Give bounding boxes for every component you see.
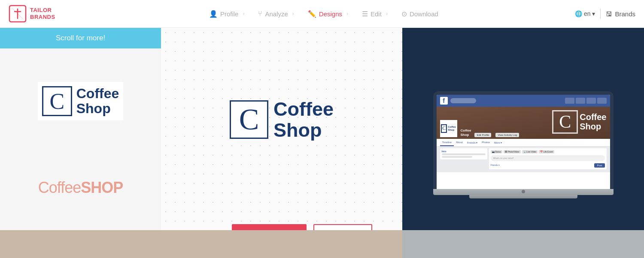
globe-icon: 🌐 bbox=[575, 10, 582, 17]
fb-cover-logo: C Coffee Shop bbox=[552, 110, 606, 134]
chevron-down-icon: ▾ bbox=[592, 10, 595, 17]
fb-cover-letter: C bbox=[552, 110, 578, 134]
download-icon: ⊙ bbox=[401, 10, 407, 18]
sidebar-logo-2-text: CoffeeSHOP bbox=[38, 179, 123, 197]
profile-icon: 👤 bbox=[209, 10, 218, 18]
laptop-screen-wrapper: f bbox=[433, 91, 614, 189]
nav-edit[interactable]: ☰ Edit › bbox=[355, 10, 395, 18]
fb-avatar-inner: C CoffeeShop bbox=[441, 124, 456, 133]
laptop-screen: f bbox=[437, 95, 610, 189]
edit-icon: ☰ bbox=[362, 10, 368, 18]
logo[interactable]: TAILOR BRANDS bbox=[9, 5, 55, 23]
fb-intro-box: Intro bbox=[440, 148, 487, 159]
center-logo-letter: C bbox=[230, 100, 268, 139]
fb-nav-2 bbox=[576, 98, 585, 104]
fb-tab-about[interactable]: About bbox=[454, 140, 465, 146]
brands-icon: 🖫 bbox=[606, 10, 612, 18]
right-panel: f bbox=[402, 28, 644, 258]
tailor-brands-icon bbox=[9, 5, 27, 23]
language-label: en bbox=[584, 10, 591, 17]
fb-nav-1 bbox=[565, 98, 574, 104]
header: TAILOR BRANDS 👤 Profile › ⑂ Analyze › ✏️… bbox=[0, 0, 644, 28]
brand-name: TAILOR BRANDS bbox=[30, 7, 55, 20]
brands-label: Brands bbox=[615, 10, 635, 18]
fb-content: Intro 📷 Status 🖼 Photo/Video 📡 Live bbox=[437, 147, 610, 172]
analyze-icon: ⑂ bbox=[258, 10, 262, 18]
fb-left-column: Intro bbox=[440, 148, 487, 171]
center-logo-text: Coffee Shop bbox=[273, 99, 334, 141]
fb-header: f bbox=[437, 95, 610, 107]
center-logo: C Coffee Shop bbox=[230, 99, 334, 141]
fb-activity-btn[interactable]: View Activity Log bbox=[495, 133, 519, 137]
fb-tab-friends[interactable]: Friends ▾ bbox=[465, 140, 480, 146]
fb-right-column: 📷 Status 🖼 Photo/Video 📡 Live Video 📅 Li… bbox=[489, 148, 607, 171]
brands-button[interactable]: 🖫 Brands bbox=[606, 10, 635, 18]
center-bottom-strip bbox=[161, 230, 402, 258]
fb-cover-brand-text: Coffee Shop bbox=[580, 112, 606, 131]
laptop-mockup: f bbox=[433, 91, 614, 195]
nav-designs[interactable]: ✏️ Designs › bbox=[301, 10, 355, 18]
fb-avatar-brand: CoffeeShop bbox=[448, 126, 456, 131]
laptop-notch bbox=[522, 190, 525, 193]
center-panel: C Coffee Shop ‹ Back ✏️ Customize ✔ Love… bbox=[161, 28, 402, 258]
sidebar-logo-1[interactable]: C Coffee Shop bbox=[38, 82, 124, 120]
fb-tab-photos[interactable]: Photos bbox=[480, 140, 492, 146]
sidebar-logo-1-letter: C bbox=[42, 86, 72, 116]
fb-status-box: 📷 Status 🖼 Photo/Video 📡 Live Video 📅 Li… bbox=[489, 148, 607, 169]
laptop-base bbox=[433, 189, 614, 195]
fb-nav-3 bbox=[586, 98, 596, 104]
header-right: 🌐 en ▾ 🖫 Brands bbox=[575, 9, 635, 19]
sidebar-logo-list: C Coffee Shop CoffeeSHOP bbox=[0, 48, 161, 230]
fb-nav-buttons bbox=[565, 98, 607, 104]
fb-post-input[interactable]: What's on your mind? bbox=[491, 155, 605, 161]
center-logo-area: C Coffee Shop bbox=[161, 28, 402, 211]
nav-download[interactable]: ⊙ Download bbox=[395, 10, 445, 18]
nav-analyze[interactable]: ⑂ Analyze › bbox=[251, 10, 301, 18]
main-nav: 👤 Profile › ⑂ Analyze › ✏️ Designs › ☰ E… bbox=[73, 10, 575, 18]
fb-profile-name: CoffeeShop bbox=[461, 129, 471, 137]
nav-download-label: Download bbox=[410, 10, 438, 18]
chevron-right-icon: › bbox=[243, 11, 244, 17]
header-divider bbox=[600, 9, 601, 19]
fb-tab-more[interactable]: More ▾ bbox=[492, 140, 504, 146]
nav-profile[interactable]: 👤 Profile › bbox=[202, 10, 252, 18]
chevron-right-icon-4: › bbox=[386, 11, 388, 17]
fb-nav-4 bbox=[597, 98, 607, 104]
chevron-right-icon-2: › bbox=[292, 11, 294, 17]
fb-tab-timeline[interactable]: Timeline bbox=[440, 140, 454, 146]
chevron-right-icon-3: › bbox=[346, 11, 348, 17]
nav-edit-label: Edit bbox=[371, 10, 382, 18]
fb-avatar: C CoffeeShop bbox=[440, 120, 457, 137]
right-bottom-strip bbox=[402, 230, 644, 258]
fb-tabs: Timeline About Friends ▾ Photos More ▾ bbox=[437, 139, 610, 147]
sidebar-bottom-strip bbox=[0, 230, 161, 258]
fb-post-button[interactable]: Post bbox=[594, 163, 605, 168]
sidebar-logo-2[interactable]: CoffeeSHOP bbox=[38, 179, 123, 197]
sidebar: Scroll for more! C Coffee Shop CoffeeSHO… bbox=[0, 28, 161, 258]
fb-search-bar bbox=[450, 98, 476, 103]
nav-profile-label: Profile bbox=[220, 10, 239, 18]
fb-logo: f bbox=[440, 97, 448, 105]
language-selector[interactable]: 🌐 en ▾ bbox=[575, 10, 595, 17]
fb-cover: C Coffee Shop C CoffeeShop bbox=[437, 107, 610, 139]
main-content: Scroll for more! C Coffee Shop CoffeeSHO… bbox=[0, 28, 644, 258]
fb-avatar-letter: C bbox=[441, 124, 447, 133]
fb-edit-profile-btn[interactable]: Edit Profile bbox=[474, 133, 491, 137]
sidebar-logo-1-text: Coffee Shop bbox=[76, 86, 119, 116]
nav-analyze-label: Analyze bbox=[265, 10, 288, 18]
designs-icon: ✏️ bbox=[308, 10, 316, 18]
scroll-banner: Scroll for more! bbox=[0, 28, 161, 48]
nav-designs-label: Designs bbox=[319, 10, 342, 18]
fb-profile-area: C CoffeeShop CoffeeShop Edit Profile Vie… bbox=[437, 118, 523, 139]
